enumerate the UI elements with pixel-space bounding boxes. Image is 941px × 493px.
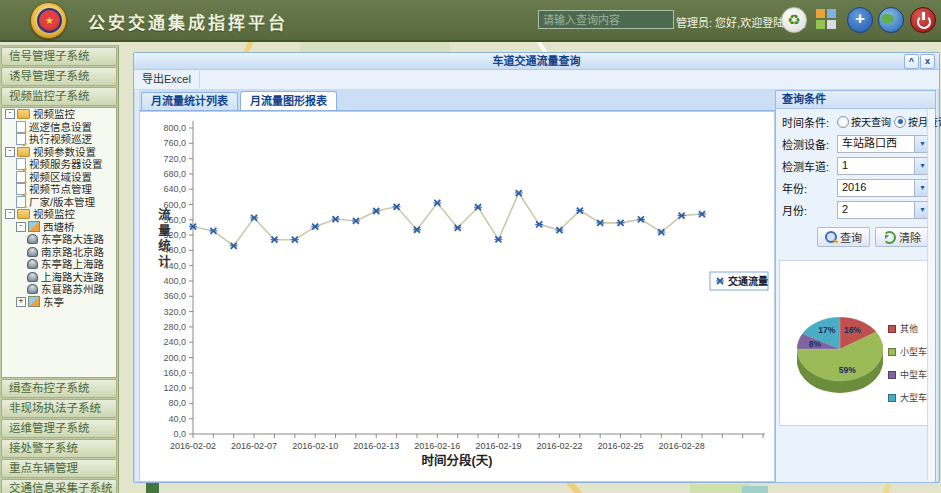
sidebar-subsystem-item[interactable]: 运维管理子系统 bbox=[1, 419, 117, 438]
sidebar-subsystem-item[interactable]: 诱导管理子系统 bbox=[1, 67, 117, 86]
add-icon[interactable]: + bbox=[847, 7, 873, 33]
svg-text:0,0: 0,0 bbox=[173, 429, 186, 439]
svg-text:400,0: 400,0 bbox=[163, 276, 186, 286]
tree-node-region[interactable]: +东亭 bbox=[2, 296, 116, 309]
tree-node-camera[interactable]: 东亭路上海路 bbox=[2, 258, 116, 271]
field-label: 检测车道: bbox=[782, 158, 837, 174]
app-title: 公安交通集成指挥平台 bbox=[88, 9, 288, 34]
clear-button[interactable]: 清除 bbox=[875, 227, 929, 247]
query-panel-scrollbar[interactable] bbox=[927, 109, 935, 480]
tree-node-camera[interactable]: 南京路北京路 bbox=[2, 246, 116, 259]
tree-node-label[interactable]: 视频节点管理 bbox=[29, 183, 92, 196]
window-titlebar: 车道交通流量查询 ^ x bbox=[134, 53, 939, 70]
collapse-icon[interactable]: - bbox=[5, 109, 15, 119]
query-form: 时间条件: 按天查询 按月查询 检测设备:车站路口西▼检测车道:1▼年份:201… bbox=[776, 109, 935, 247]
folder-icon bbox=[17, 147, 30, 157]
tree-node-folder[interactable]: -视频监控 bbox=[2, 108, 116, 121]
radio-by-month[interactable] bbox=[894, 116, 906, 128]
tree-node-label[interactable]: 东亭 bbox=[43, 296, 64, 309]
select-field-0[interactable]: 车站路口西▼ bbox=[837, 135, 931, 153]
expand-icon[interactable]: + bbox=[16, 297, 26, 307]
tree-node-camera[interactable]: 上海路大连路 bbox=[2, 271, 116, 284]
tree-node-label[interactable]: 东亭路大连路 bbox=[41, 233, 104, 246]
tree-node-label[interactable]: 视频监控 bbox=[33, 208, 75, 221]
tree-node-label[interactable]: 厂家/版本管理 bbox=[29, 196, 95, 209]
pie-legend-item: 中型车 bbox=[888, 363, 927, 386]
svg-text:交通流量: 交通流量 bbox=[728, 275, 768, 287]
power-icon[interactable] bbox=[910, 7, 936, 33]
sidebar-subsystem-item[interactable]: 重点车辆管理 bbox=[1, 459, 117, 478]
query-button[interactable]: 查询 bbox=[817, 227, 870, 247]
tree-node-label[interactable]: 视频监控 bbox=[33, 108, 75, 121]
tree-node-label[interactable]: 东葚路苏州路 bbox=[41, 283, 104, 296]
recycle-icon[interactable]: ♻ bbox=[781, 7, 807, 33]
close-button[interactable]: x bbox=[920, 54, 935, 69]
radio-by-day[interactable] bbox=[837, 116, 849, 128]
legend-label: 小型车 bbox=[900, 345, 927, 358]
page-icon bbox=[16, 121, 26, 133]
select-field-3[interactable]: 2▼ bbox=[837, 201, 931, 219]
collapse-icon[interactable]: - bbox=[16, 222, 26, 232]
search-input[interactable] bbox=[538, 10, 674, 29]
camera-icon bbox=[27, 284, 38, 294]
tree-node-label[interactable]: 上海路大连路 bbox=[41, 271, 104, 284]
select-value: 2016 bbox=[838, 180, 870, 194]
tree-node-region[interactable]: -西塘桥 bbox=[2, 221, 116, 234]
svg-text:160,0: 160,0 bbox=[163, 368, 186, 378]
tree-node-page[interactable]: 视频节点管理 bbox=[2, 183, 116, 196]
field-label: 年份: bbox=[782, 180, 837, 196]
tree-node-label[interactable]: 视频参数设置 bbox=[33, 146, 96, 159]
pie-legend: 其他小型车中型车大型车 bbox=[888, 317, 927, 409]
sidebar-subsystem-item[interactable]: 缉查布控子系统 bbox=[1, 379, 117, 398]
sidebar-subsystem-item[interactable]: 交通信息采集子系统 bbox=[1, 479, 117, 493]
time-condition-row: 时间条件: 按天查询 按月查询 bbox=[782, 112, 931, 131]
svg-text:360,0: 360,0 bbox=[163, 291, 186, 301]
select-field-1[interactable]: 1▼ bbox=[837, 157, 931, 175]
export-excel-button[interactable]: 导出Excel bbox=[134, 71, 200, 88]
tree-node-camera[interactable]: 东亭路大连路 bbox=[2, 233, 116, 246]
radio-by-month-label[interactable]: 按月查询 bbox=[908, 114, 941, 129]
collapse-icon[interactable]: - bbox=[5, 209, 15, 219]
tree-node-page[interactable]: 视频区域设置 bbox=[2, 171, 116, 184]
select-value: 2 bbox=[838, 202, 852, 216]
tab-1[interactable]: 月流量图形报表 bbox=[240, 91, 337, 110]
page-icon bbox=[16, 133, 26, 145]
select-field-2[interactable]: 2016▼ bbox=[837, 179, 931, 197]
sidebar-subsystem-item[interactable]: 视频监控子系统 bbox=[1, 87, 117, 106]
field-label: 检测设备: bbox=[782, 136, 837, 152]
refresh-icon bbox=[883, 231, 896, 244]
collapse-icon[interactable]: - bbox=[5, 147, 15, 157]
sidebar-subsystem-item[interactable]: 接处警子系统 bbox=[1, 439, 117, 458]
tree-node-camera[interactable]: 东葚路苏州路 bbox=[2, 283, 116, 296]
tree-node-label[interactable]: 巡逻信息设置 bbox=[29, 121, 92, 134]
tree-node-label[interactable]: 视频服务器设置 bbox=[29, 158, 103, 171]
chart-column: 月流量统计列表月流量图形报表 0,040,080,0120,0160,0200,… bbox=[139, 90, 775, 482]
globe-icon[interactable] bbox=[878, 7, 904, 33]
tree-node-label[interactable]: 东亭路上海路 bbox=[41, 258, 104, 271]
tree-node-label[interactable]: 南京路北京路 bbox=[41, 246, 104, 259]
tree-node-page[interactable]: 厂家/版本管理 bbox=[2, 196, 116, 209]
tab-0[interactable]: 月流量统计列表 bbox=[141, 92, 238, 110]
sidebar-subsystem-item[interactable]: 信号管理子系统 bbox=[1, 47, 117, 66]
tree-node-folder[interactable]: -视频参数设置 bbox=[2, 146, 116, 159]
radio-by-day-label[interactable]: 按天查询 bbox=[851, 114, 891, 129]
select-value: 1 bbox=[838, 158, 852, 172]
sidebar-subsystem-item[interactable]: 非现场执法子系统 bbox=[1, 399, 117, 418]
form-row-3: 月份:2▼ bbox=[782, 200, 931, 219]
apps-grid-icon[interactable] bbox=[814, 7, 838, 31]
tree-node-page[interactable]: 巡逻信息设置 bbox=[2, 121, 116, 134]
tree-node-page[interactable]: 视频服务器设置 bbox=[2, 158, 116, 171]
collapse-button[interactable]: ^ bbox=[904, 54, 919, 69]
legend-swatch bbox=[888, 348, 896, 356]
tree-node-page[interactable]: 执行视频巡逻 bbox=[2, 133, 116, 146]
window-toolbar: 导出Excel bbox=[134, 70, 939, 90]
svg-text:17%: 17% bbox=[818, 325, 835, 335]
camera-icon bbox=[27, 272, 38, 282]
tree-node-folder[interactable]: -视频监控 bbox=[2, 208, 116, 221]
form-row-0: 检测设备:车站路口西▼ bbox=[782, 134, 931, 153]
form-row-1: 检测车道:1▼ bbox=[782, 156, 931, 175]
tree-node-label[interactable]: 视频区域设置 bbox=[29, 171, 92, 184]
tree-node-label[interactable]: 西塘桥 bbox=[43, 221, 75, 234]
tree-node-label[interactable]: 执行视频巡逻 bbox=[29, 133, 92, 146]
svg-text:800,0: 800,0 bbox=[163, 123, 186, 133]
